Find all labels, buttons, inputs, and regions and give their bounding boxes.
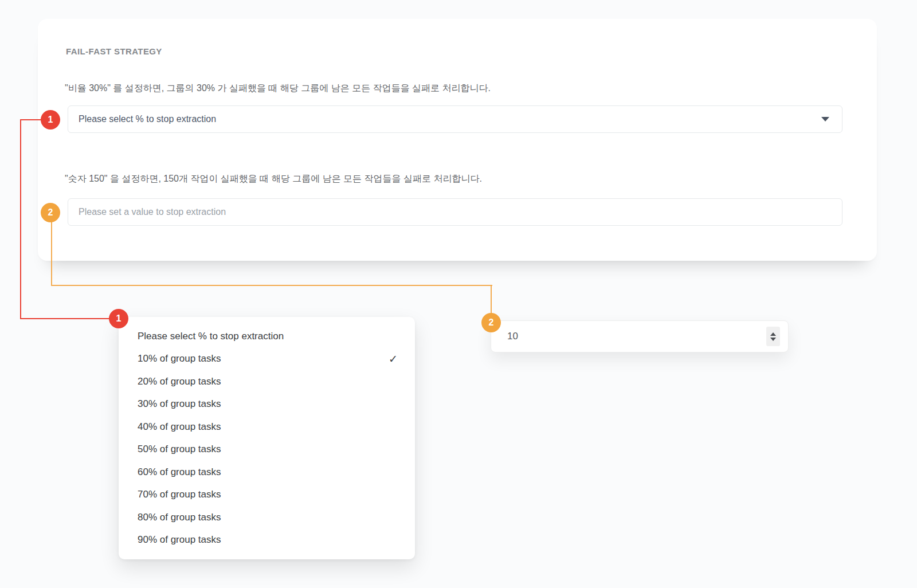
count-value-input[interactable] <box>507 331 766 342</box>
connector-orange <box>51 285 492 286</box>
dropdown-option[interactable]: 90% of group tasks <box>119 529 415 552</box>
dropdown-option-label: 40% of group tasks <box>138 421 221 433</box>
number-stepper[interactable] <box>766 327 780 346</box>
dropdown-option-label: 20% of group tasks <box>138 376 221 387</box>
dropdown-option-label: Please select % to stop extraction <box>138 331 284 342</box>
count-description: "숫자 150" 을 설정하면, 150개 작업이 실패했을 때 해당 그룹에 … <box>65 173 844 185</box>
dropdown-option-label: 70% of group tasks <box>138 489 221 500</box>
percent-dropdown-menu: Please select % to stop extraction 10% o… <box>119 317 415 559</box>
dropdown-option[interactable]: 40% of group tasks <box>119 415 415 438</box>
dropdown-option-label: 10% of group tasks <box>138 353 221 364</box>
connector-red <box>20 119 21 319</box>
chevron-down-icon <box>821 117 829 121</box>
percent-select[interactable]: Please select % to stop extraction <box>68 105 842 133</box>
stepper-down-icon <box>770 338 776 341</box>
dropdown-option[interactable]: 60% of group tasks <box>119 461 415 484</box>
connector-red <box>20 318 112 319</box>
dropdown-option-label: 50% of group tasks <box>138 444 221 455</box>
count-input[interactable] <box>68 198 842 226</box>
stepper-up-icon <box>770 332 776 336</box>
callout-badge-2: 2 <box>41 203 60 222</box>
page: FAIL-FAST STRATEGY "비율 30%" 를 설정하면, 그룹의 … <box>0 0 917 588</box>
percent-select-value: Please select % to stop extraction <box>79 114 216 124</box>
dropdown-option-label: 30% of group tasks <box>138 398 221 410</box>
section-title: FAIL-FAST STRATEGY <box>66 46 162 56</box>
dropdown-option-label: 60% of group tasks <box>138 467 221 478</box>
callout-badge-2-detail: 2 <box>481 313 501 332</box>
dropdown-option-selected[interactable]: 10% of group tasks ✓ <box>119 348 415 371</box>
dropdown-option-label: 90% of group tasks <box>138 534 221 546</box>
callout-badge-1-detail: 1 <box>109 309 128 328</box>
dropdown-option[interactable]: 20% of group tasks <box>119 370 415 393</box>
dropdown-option[interactable]: 30% of group tasks <box>119 393 415 416</box>
dropdown-option[interactable]: 70% of group tasks <box>119 484 415 507</box>
dropdown-option-label: 80% of group tasks <box>138 512 221 523</box>
callout-badge-1: 1 <box>41 110 60 130</box>
dropdown-option[interactable]: Please select % to stop extraction <box>119 325 415 348</box>
fail-fast-card: FAIL-FAST STRATEGY "비율 30%" 를 설정하면, 그룹의 … <box>38 19 877 261</box>
dropdown-option[interactable]: 80% of group tasks <box>119 506 415 529</box>
check-icon: ✓ <box>389 354 398 364</box>
connector-orange <box>51 222 52 286</box>
dropdown-option[interactable]: 50% of group tasks <box>119 438 415 461</box>
count-input-detail <box>491 320 789 352</box>
percent-description: "비율 30%" 를 설정하면, 그룹의 30% 가 실패했을 때 해당 그룹에… <box>65 82 844 95</box>
connector-red <box>20 119 42 120</box>
connector-orange <box>491 285 492 315</box>
